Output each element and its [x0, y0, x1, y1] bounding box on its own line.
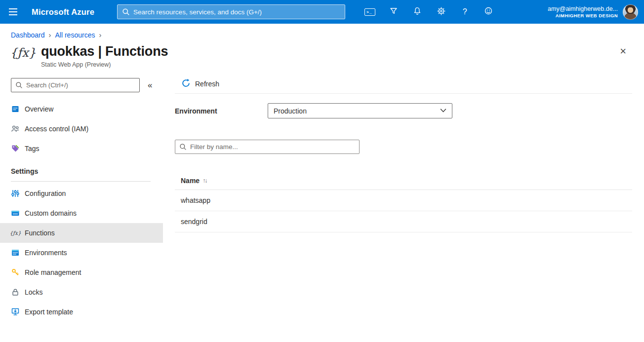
search-icon — [179, 143, 187, 152]
functions-table: Name ↑↓ whatsapp sendgrid — [175, 172, 632, 232]
functions-pane: Refresh Environment Production Name ↑↓ — [163, 74, 644, 338]
sidebar-item-label: Access control (IAM) — [25, 125, 88, 133]
settings-section-header: Settings — [0, 162, 163, 180]
table-header-name[interactable]: Name ↑↓ — [175, 172, 632, 190]
sidebar-item-overview[interactable]: Overview — [0, 99, 163, 119]
sidebar-item-access-control[interactable]: Access control (IAM) — [0, 119, 163, 139]
command-bar: Refresh — [175, 74, 632, 94]
page-title: quokkas | Functions — [41, 44, 168, 59]
global-search — [117, 4, 345, 19]
cloud-shell-icon: >_ — [364, 8, 375, 16]
refresh-label: Refresh — [195, 80, 219, 88]
sidebar-item-label: Locks — [25, 288, 43, 296]
account-info[interactable]: amy@aimhigherweb.de... AIMHIGHER WEB DES… — [548, 5, 618, 19]
sliders-icon — [11, 189, 20, 198]
feedback-button[interactable] — [477, 0, 500, 24]
bell-icon — [413, 6, 422, 17]
refresh-icon — [182, 79, 190, 89]
sidebar-search — [11, 78, 140, 92]
breadcrumb-chevron-icon: › — [99, 31, 101, 39]
sidebar-item-label: Overview — [25, 105, 53, 113]
hamburger-menu-icon[interactable] — [0, 0, 26, 24]
account-email: amy@aimhigherweb.de... — [548, 5, 618, 13]
export-download-icon — [11, 307, 20, 316]
filter-funnel-icon — [389, 6, 398, 17]
collapse-sidebar-button[interactable]: « — [148, 80, 152, 90]
environment-selected-value: Production — [274, 107, 307, 115]
search-icon — [15, 81, 23, 91]
window-icon — [11, 248, 20, 257]
functions-icon: {ƒx} — [11, 228, 20, 237]
section-divider — [11, 181, 151, 182]
gear-icon — [437, 7, 445, 17]
table-row[interactable]: sendgrid — [175, 211, 632, 232]
notifications-button[interactable] — [405, 0, 429, 24]
sort-icon: ↑↓ — [202, 177, 206, 184]
page-header: {ƒx} quokkas | Functions Static Web App … — [0, 39, 644, 68]
sidebar-item-functions[interactable]: {ƒx} Functions — [0, 223, 163, 243]
content-area: « Overview Access control (IAM) Tags — [0, 74, 644, 338]
help-button[interactable]: ? — [453, 0, 477, 24]
sidebar-item-tags[interactable]: Tags — [0, 139, 163, 158]
topbar-icon-group: >_ ? — [358, 0, 500, 24]
sidebar-item-label: Configuration — [25, 190, 66, 197]
lock-icon — [11, 288, 20, 297]
environment-label: Environment — [175, 107, 268, 115]
global-search-input[interactable] — [117, 4, 345, 19]
www-domain-icon: www — [11, 209, 20, 218]
sidebar-item-environments[interactable]: Environments — [0, 243, 163, 263]
azure-brand[interactable]: Microsoft Azure — [32, 7, 94, 17]
directory-filter-button[interactable] — [382, 0, 405, 24]
filter-input[interactable] — [175, 140, 360, 154]
smiley-icon — [484, 6, 493, 17]
avatar[interactable] — [623, 4, 638, 20]
svg-text:www: www — [12, 212, 18, 215]
search-icon — [122, 8, 130, 18]
account-tenant: AIMHIGHER WEB DESIGN — [548, 13, 618, 19]
breadcrumb: Dashboard › All resources › — [0, 24, 644, 39]
sidebar-item-role-management[interactable]: Role management — [0, 263, 163, 282]
cloud-shell-button[interactable]: >_ — [358, 0, 382, 24]
filter-box — [175, 140, 360, 154]
sidebar-search-input[interactable] — [11, 78, 140, 92]
function-name: sendgrid — [181, 218, 207, 226]
overview-icon — [11, 105, 20, 114]
sidebar-nav: Overview Access control (IAM) Tags Setti… — [0, 99, 163, 322]
settings-button[interactable] — [429, 0, 453, 24]
environment-dropdown[interactable]: Production — [268, 103, 452, 118]
column-label: Name — [181, 177, 200, 185]
breadcrumb-link-all-resources[interactable]: All resources — [55, 31, 95, 39]
sidebar-item-configuration[interactable]: Configuration — [0, 184, 163, 203]
sidebar-item-export-template[interactable]: Export template — [0, 302, 163, 322]
refresh-button[interactable]: Refresh — [177, 76, 224, 92]
sidebar-item-locks[interactable]: Locks — [0, 282, 163, 302]
key-icon — [11, 268, 20, 277]
sidebar-item-label: Environments — [25, 249, 67, 257]
breadcrumb-chevron-icon: › — [49, 31, 51, 39]
sidebar-item-label: Export template — [25, 308, 73, 316]
function-name: whatsapp — [181, 196, 210, 204]
help-icon: ? — [463, 7, 467, 16]
sidebar-item-label: Role management — [25, 268, 81, 276]
resource-menu-sidebar: « Overview Access control (IAM) Tags — [0, 74, 163, 338]
sidebar-item-label: Custom domains — [25, 209, 77, 217]
sidebar-item-label: Functions — [25, 229, 55, 237]
sidebar-item-label: Tags — [25, 145, 40, 152]
people-icon — [11, 124, 20, 133]
fx-icon: {ƒx} — [10, 46, 36, 60]
table-row[interactable]: whatsapp — [175, 190, 632, 211]
environment-row: Environment Production — [175, 103, 632, 118]
close-button[interactable]: × — [620, 46, 626, 57]
tag-icon — [11, 144, 20, 153]
breadcrumb-link-dashboard[interactable]: Dashboard — [11, 31, 45, 39]
chevron-down-icon — [440, 107, 447, 115]
sidebar-item-custom-domains[interactable]: www Custom domains — [0, 203, 163, 223]
azure-top-bar: Microsoft Azure >_ ? — [0, 0, 644, 24]
page-subtitle: Static Web App (Preview) — [41, 61, 168, 68]
cloud-shell-glyph: >_ — [366, 10, 372, 14]
